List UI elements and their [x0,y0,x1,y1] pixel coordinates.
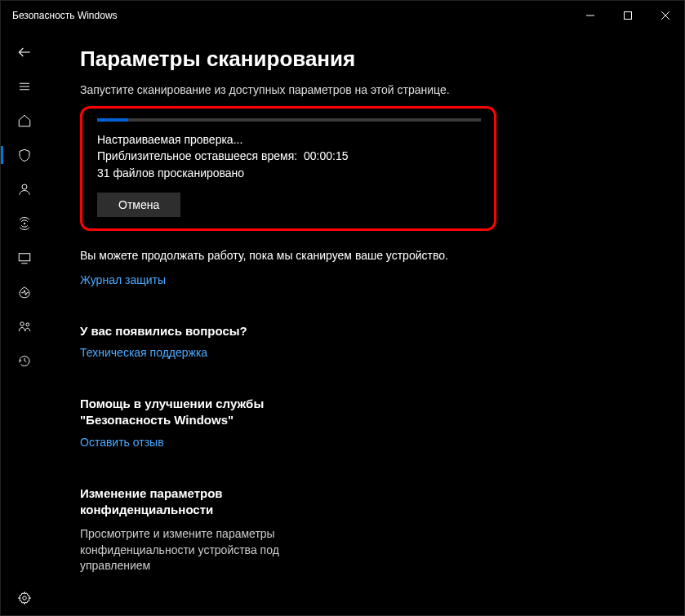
svg-rect-1 [625,12,632,20]
sidebar [1,30,47,615]
titlebar: Безопасность Windows [1,1,684,30]
app-control-icon[interactable] [1,241,47,275]
protection-history-link[interactable]: Журнал защиты [80,273,166,286]
history-icon[interactable] [1,343,47,378]
svg-point-12 [20,322,24,326]
svg-point-13 [25,323,29,326]
feedback-heading: Помощь в улучшении службы "Безопасность … [80,396,349,429]
shield-icon[interactable] [1,138,47,172]
svg-point-9 [24,223,25,224]
cancel-button[interactable]: Отмена [97,193,180,217]
firewall-icon[interactable] [1,206,47,241]
maximize-button[interactable] [609,1,647,30]
questions-section: У вас появились вопросы? Техническая под… [80,323,349,360]
support-link[interactable]: Техническая поддержка [80,346,207,359]
home-icon[interactable] [1,104,47,138]
privacy-text: Просмотрите и измените параметры конфиде… [80,526,349,574]
close-button[interactable] [647,1,684,30]
account-icon[interactable] [1,172,47,206]
svg-point-14 [22,596,26,600]
feedback-section: Помощь в улучшении службы "Безопасность … [80,396,349,450]
minimize-button[interactable] [572,1,609,30]
back-button[interactable] [1,35,47,69]
progress-fill [97,118,128,122]
scan-status: Настраиваемая проверка... [97,131,479,148]
privacy-heading: Изменение параметров конфиденциальности [80,485,349,519]
menu-button[interactable] [1,69,47,104]
scan-files: 31 файлов просканировано [97,165,479,181]
feedback-link[interactable]: Оставить отзыв [80,436,164,449]
page-title: Параметры сканирования [80,47,652,72]
progress-bar [97,118,481,122]
page-subtitle: Запустите сканирование из доступных пара… [80,83,652,96]
svg-rect-10 [19,254,30,261]
questions-heading: У вас появились вопросы? [80,323,349,339]
scan-time-value: 00:00:15 [304,149,349,162]
continue-info: Вы можете продолжать работу, пока мы ска… [80,249,652,262]
svg-point-8 [22,184,27,189]
settings-icon[interactable] [1,581,47,615]
scan-time: Приблизительное оставшееся время: 00:00:… [97,148,479,164]
device-health-icon[interactable] [1,275,47,309]
main-content: Параметры сканирования Запустите сканиро… [47,30,684,615]
scan-time-label: Приблизительное оставшееся время: [97,149,297,162]
scan-progress-panel: Настраиваемая проверка... Приблизительно… [80,106,496,231]
window-title: Безопасность Windows [12,10,118,21]
privacy-section: Изменение параметров конфиденциальности … [80,485,349,574]
family-icon[interactable] [1,309,47,343]
